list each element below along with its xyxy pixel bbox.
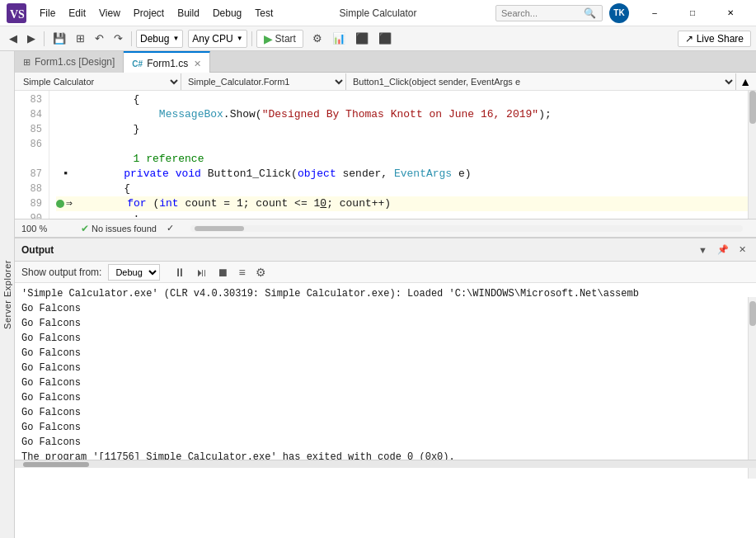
forward-button[interactable]: ▶	[23, 30, 40, 47]
code-method-87: Button1_Click(	[201, 167, 298, 182]
tab-form1-cs[interactable]: C# Form1.cs ✕	[124, 51, 210, 73]
output-header: Output ▼ 📌 ✕	[15, 238, 756, 262]
server-explorer-panel[interactable]: Server Explorer	[0, 51, 15, 538]
code-string-84: "Designed By Thomas Knott on June 16, 20…	[262, 107, 538, 122]
bp-arrow-icon: ⇒	[66, 196, 73, 211]
cpu-dropdown[interactable]: Any CPU ▼	[188, 30, 247, 48]
separator-1	[44, 31, 45, 46]
output-close-btn[interactable]: ✕	[735, 243, 749, 256]
tb-icon-4[interactable]: ⬛	[374, 30, 396, 47]
redo-button[interactable]: ↷	[110, 30, 127, 47]
code-line-89: ⇒ for ( int count = 1; count <= 1 0 ; co…	[56, 196, 748, 211]
undo-button[interactable]: ↶	[91, 30, 108, 47]
user-avatar[interactable]: TK	[609, 3, 629, 23]
tab-form1-design-label: Form1.cs [Design]	[35, 56, 115, 68]
separator-3	[251, 31, 252, 46]
tb-icon-1[interactable]: ⚙	[308, 30, 326, 47]
output-line-2: Go Falcons	[21, 316, 749, 331]
output-line-4: Go Falcons	[21, 346, 749, 361]
menu-view[interactable]: View	[92, 4, 127, 22]
code-e-87: e)	[452, 167, 471, 182]
code-dot: .	[223, 107, 230, 122]
live-share-label: Live Share	[697, 33, 744, 45]
menu-test[interactable]: Test	[248, 4, 279, 22]
tab-form1-design[interactable]: ⊞ Form1.cs [Design]	[15, 51, 124, 73]
code-text-85: }	[56, 122, 139, 137]
menu-project[interactable]: Project	[127, 4, 171, 22]
menu-edit[interactable]: Edit	[62, 4, 92, 22]
vs-logo-icon: VS	[7, 3, 26, 23]
menu-debug[interactable]: Debug	[206, 4, 248, 22]
start-button[interactable]: ▶ Start	[256, 30, 303, 48]
tb-icon-3[interactable]: ⬛	[351, 30, 373, 47]
output-vertical-scrollbar[interactable]	[748, 297, 756, 479]
code-line-90: ;	[56, 211, 748, 219]
server-explorer-label: Server Explorer	[2, 260, 12, 329]
line-num-83: 83	[15, 92, 42, 107]
tab-form1-cs-close[interactable]: ✕	[194, 59, 201, 69]
output-title: Output	[21, 244, 54, 256]
editor-area: ⊞ Form1.cs [Design] C# Form1.cs ✕ Simple…	[15, 51, 756, 538]
debug-label: Debug	[140, 33, 169, 45]
output-tb-btn-1[interactable]: ⏸	[170, 264, 190, 281]
code-ref-comment: 1 reference	[56, 152, 204, 167]
output-pin-btn[interactable]: 📌	[714, 243, 732, 256]
code-indent-89	[76, 196, 127, 211]
code-content: { MessageBox . Show( "Designed By Thomas…	[49, 91, 748, 219]
method-dropdown[interactable]: Button1_Click(object sender, EventArgs e	[346, 73, 736, 90]
vertical-scrollbar[interactable]	[748, 91, 756, 219]
live-share-button[interactable]: ↗ Live Share	[678, 31, 751, 47]
save-button[interactable]: 💾	[49, 30, 70, 47]
output-tb-btn-5[interactable]: ⚙	[251, 264, 270, 281]
output-line-1: Go Falcons	[21, 301, 749, 316]
form-dropdown[interactable]: Simple_Calculator.Form1	[181, 73, 346, 90]
code-editor[interactable]: 83 84 85 86 87 88 89 90 {	[15, 91, 756, 219]
scroll-up-icon[interactable]: ▲	[736, 75, 754, 88]
code-line-88: ▪ {	[56, 182, 748, 196]
title-bar: VS File Edit View Project Build Debug Te…	[0, 0, 756, 26]
code-eventargs: EventArgs	[394, 167, 452, 182]
tab-form1-cs-label: Form1.cs	[147, 58, 188, 69]
close-button[interactable]: ✕	[711, 0, 749, 26]
output-horizontal-scrollbar[interactable]	[15, 460, 756, 468]
output-tb-btn-2[interactable]: ⏯	[191, 264, 211, 281]
tb-icon-2[interactable]: 📊	[328, 30, 350, 47]
output-tb-btn-3[interactable]: ⏹	[213, 264, 232, 281]
debug-dropdown[interactable]: Debug ▼	[136, 30, 183, 48]
live-share-icon: ↗	[685, 33, 693, 45]
menu-file[interactable]: File	[33, 4, 62, 22]
tab-form1-design-icon: ⊞	[23, 57, 31, 68]
code-line-84: MessageBox . Show( "Designed By Thomas K…	[56, 107, 748, 122]
code-count-decl: count = 1; count <= 1	[179, 196, 321, 211]
output-tb-btn-4[interactable]: ≡	[234, 264, 249, 281]
search-box[interactable]: 🔍	[495, 5, 603, 21]
separator-2	[131, 31, 132, 46]
class-dropdown[interactable]: Simple Calculator	[16, 73, 181, 90]
code-semi-84: );	[538, 107, 552, 122]
save-all-button[interactable]: ⊞	[72, 30, 89, 47]
maximize-button[interactable]: □	[674, 0, 711, 26]
dropdowns-row: Simple Calculator Simple_Calculator.Form…	[15, 73, 756, 91]
horizontal-scrollbar-editor[interactable]	[190, 225, 743, 232]
app-title: Simple Calculator	[339, 7, 416, 19]
svg-text:VS: VS	[10, 8, 25, 21]
cpu-label: Any CPU	[192, 33, 232, 45]
output-minimize-btn[interactable]: ▼	[695, 244, 711, 256]
line-num-90: 90	[15, 211, 42, 219]
output-source-select[interactable]: Debug	[108, 264, 160, 281]
collapse-icon[interactable]: ▪	[63, 167, 69, 182]
output-line-8: Go Falcons	[21, 405, 749, 420]
v-scrollbar-thumb	[749, 91, 756, 124]
code-line-85: }	[56, 122, 748, 137]
back-button[interactable]: ◀	[5, 30, 21, 47]
code-text-88: {	[73, 182, 130, 196]
code-num-underline: 0	[320, 196, 326, 211]
minimize-button[interactable]: –	[636, 0, 674, 26]
tab-form1-cs-icon: C#	[132, 59, 143, 68]
code-line-ref: 1 reference	[56, 152, 748, 167]
code-indent-84	[56, 107, 159, 122]
code-messagebox: MessageBox	[159, 107, 223, 122]
menu-build[interactable]: Build	[171, 4, 206, 22]
line-num-87: 87	[15, 167, 42, 182]
search-input[interactable]	[501, 8, 584, 18]
